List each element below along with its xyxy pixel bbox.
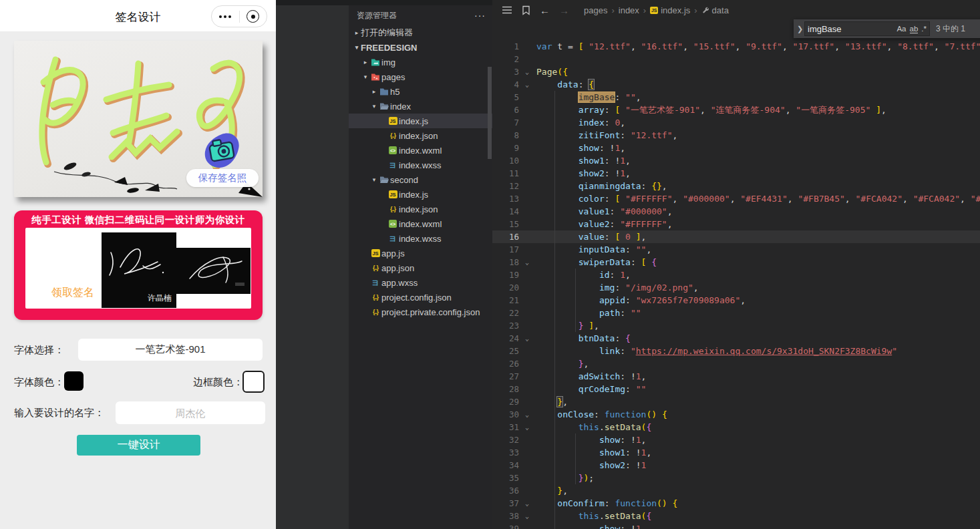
- code-line-9[interactable]: 9 show: !1,: [492, 142, 980, 154]
- code-line-28[interactable]: 28 qrCodeImg: "": [492, 383, 980, 395]
- nav-forward-icon[interactable]: →: [559, 5, 569, 16]
- explorer-more-icon[interactable]: ···: [474, 10, 486, 21]
- tree-item-app.json[interactable]: {..}app.json: [349, 260, 492, 275]
- tree-item-index[interactable]: ▾index: [349, 99, 492, 114]
- code-line-8[interactable]: 8 zitiFont: "12.ttf",: [492, 129, 980, 142]
- tree-item-index.js[interactable]: JSindex.js: [349, 187, 492, 202]
- toggle-replace-icon[interactable]: ❯: [796, 25, 804, 33]
- tree-item-index.wxss[interactable]: ヨindex.wxss: [349, 158, 492, 172]
- code-line-12[interactable]: 12 qianmingdata: {},: [492, 180, 980, 192]
- font-select-field[interactable]: 一笔艺术签-901: [78, 339, 263, 361]
- code-text: swiperData: [ {: [532, 256, 980, 269]
- tree-item-h5[interactable]: ▸h5: [349, 84, 492, 99]
- save-signature-button[interactable]: 保存签名照: [186, 169, 259, 187]
- font-color-swatch[interactable]: [64, 371, 84, 391]
- more-icon[interactable]: [212, 6, 239, 27]
- code-line-18[interactable]: 18⌄ swiperData: [ {: [492, 256, 980, 269]
- code-line-30[interactable]: 30⌄ onClose: function() {: [492, 408, 980, 421]
- tree-item-FREEDESIGN[interactable]: ▾FREEDESIGN: [349, 40, 492, 55]
- code-line-2[interactable]: 2: [492, 53, 980, 65]
- fold-placeholder: [522, 395, 532, 408]
- fold-chevron-icon[interactable]: ⌄: [522, 408, 532, 421]
- code-line-6[interactable]: 6 array: [ "一笔艺术签-901", "连笔商务签-904", "一笔…: [492, 104, 980, 116]
- code-text: qianmingdata: {},: [532, 180, 980, 192]
- fold-chevron-icon[interactable]: ⌄: [522, 510, 532, 522]
- fold-chevron-icon[interactable]: ⌄: [522, 78, 532, 91]
- bookmark-icon[interactable]: [522, 5, 530, 15]
- code-line-24[interactable]: 24⌄ btnData: {: [492, 332, 980, 345]
- code-line-38[interactable]: 38⌄ this.setData({: [492, 510, 980, 522]
- code-text: array: [ "一笔艺术签-901", "连笔商务签-904", "一笔商务…: [532, 104, 980, 116]
- one-click-design-button[interactable]: 一键设计: [77, 435, 200, 456]
- code-line-5[interactable]: 5 imgBase: "",: [492, 91, 980, 104]
- match-case-toggle[interactable]: Aa: [896, 25, 906, 33]
- outline-menu-icon[interactable]: [502, 5, 512, 15]
- tree-item-pages[interactable]: ▾pages: [349, 69, 492, 84]
- whole-word-toggle[interactable]: ab: [910, 25, 919, 33]
- code-line-32[interactable]: 32 show: !1,: [492, 433, 980, 446]
- border-color-swatch[interactable]: [242, 371, 265, 393]
- code-line-21[interactable]: 21 appid: "wx7265f7e709089a06",: [492, 294, 980, 307]
- tree-item-打开的编辑器[interactable]: ▸打开的编辑器: [349, 25, 492, 40]
- code-line-29[interactable]: 29 },: [492, 395, 980, 408]
- tree-item-app.js[interactable]: JSapp.js: [349, 246, 492, 260]
- code-line-17[interactable]: 17 inputData: "",: [492, 243, 980, 256]
- line-number: 27: [492, 370, 522, 383]
- tree-item-index.wxml[interactable]: <>index.wxml: [349, 216, 492, 231]
- fold-chevron-icon[interactable]: ⌄: [522, 65, 532, 78]
- code-line-23[interactable]: 23 } ],: [492, 319, 980, 332]
- code-line-14[interactable]: 14 value1: "#000000",: [492, 205, 980, 218]
- code-line-36[interactable]: 36 },: [492, 484, 980, 497]
- explorer-scrollbar[interactable]: [488, 67, 492, 159]
- find-input[interactable]: imgBase Aa ab .*: [804, 21, 930, 36]
- tree-item-index.js[interactable]: JSindex.js: [349, 114, 492, 128]
- code-line-13[interactable]: 13 color: [ "#FFFFFF", "#000000", "#EF44…: [492, 192, 980, 205]
- regex-toggle[interactable]: .*: [921, 25, 927, 33]
- fold-chevron-icon[interactable]: ⌄: [522, 497, 532, 510]
- tree-item-index.json[interactable]: {..}index.json: [349, 202, 492, 216]
- fold-chevron-icon[interactable]: ⌄: [522, 421, 532, 433]
- code-line-15[interactable]: 15 value2: "#FFFFFF",: [492, 218, 980, 230]
- tree-item-img[interactable]: ▸img: [349, 55, 492, 69]
- signature-sample-2: [176, 248, 251, 294]
- name-input[interactable]: [116, 401, 265, 424]
- tree-item-project.private.config.json[interactable]: {..}project.private.config.json: [349, 305, 492, 319]
- code-line-22[interactable]: 22 path: "": [492, 307, 980, 319]
- breadcrumb-item-pages[interactable]: pages: [584, 5, 607, 15]
- save-camera-button[interactable]: [202, 132, 241, 170]
- tree-item-index.wxml[interactable]: <>index.wxml: [349, 143, 492, 158]
- ad-banner[interactable]: 纯手工设计 微信扫二维码让同一设计师为你设计 领取签名 许晶楠: [14, 210, 263, 320]
- code-line-26[interactable]: 26 },: [492, 357, 980, 370]
- tree-item-index.json[interactable]: {..}index.json: [349, 128, 492, 143]
- code-line-34[interactable]: 34 show2: !1: [492, 459, 980, 472]
- code-line-11[interactable]: 11 show2: !1,: [492, 167, 980, 180]
- code-line-39[interactable]: 39 show: !1: [492, 522, 980, 529]
- nav-back-icon[interactable]: ←: [540, 5, 550, 16]
- claim-signature-link[interactable]: 领取签名: [51, 286, 94, 300]
- code-line-31[interactable]: 31⌄ this.setData({: [492, 421, 980, 433]
- code-line-35[interactable]: 35 });: [492, 472, 980, 484]
- fold-chevron-icon[interactable]: ⌄: [522, 332, 532, 345]
- breadcrumb-item-data[interactable]: data: [701, 5, 729, 15]
- tree-item-project.config.json[interactable]: {..}project.config.json: [349, 290, 492, 305]
- code-line-1[interactable]: 1var t = [ "12.ttf", "16.ttf", "15.ttf",…: [492, 40, 980, 53]
- code-line-27[interactable]: 27 adSwitch: !1,: [492, 370, 980, 383]
- code-line-20[interactable]: 20 img: "/img/02.png",: [492, 281, 980, 294]
- fold-chevron-icon[interactable]: ⌄: [522, 256, 532, 269]
- code-line-25[interactable]: 25 link: "https://mp.weixin.qq.com/s/9x3…: [492, 345, 980, 357]
- breadcrumb-item-index.js[interactable]: JSindex.js: [650, 5, 690, 15]
- code-line-10[interactable]: 10 show1: !1,: [492, 154, 980, 167]
- tree-item-app.wxss[interactable]: ヨapp.wxss: [349, 275, 492, 290]
- code-line-4[interactable]: 4⌄ data: {: [492, 78, 980, 91]
- code-line-3[interactable]: 3⌄Page({: [492, 65, 980, 78]
- tree-item-second[interactable]: ▾second: [349, 172, 492, 187]
- breadcrumb-item-index[interactable]: index: [619, 5, 639, 15]
- line-number: 19: [492, 269, 522, 281]
- close-target-icon[interactable]: [240, 6, 267, 27]
- code-line-16[interactable]: 16 value: [ 0 ],: [492, 230, 980, 243]
- code-line-7[interactable]: 7 index: 0,: [492, 116, 980, 129]
- code-line-19[interactable]: 19 id: 1,: [492, 269, 980, 281]
- code-line-37[interactable]: 37⌄ onConfirm: function() {: [492, 497, 980, 510]
- tree-item-index.wxss[interactable]: ヨindex.wxss: [349, 231, 492, 246]
- code-line-33[interactable]: 33 show1: !1,: [492, 446, 980, 459]
